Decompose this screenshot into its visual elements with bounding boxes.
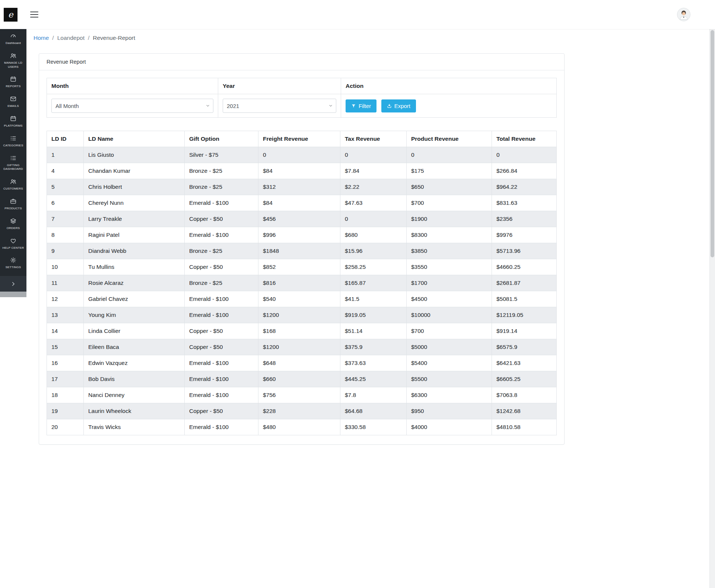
report-table-body: 1Lis GiustoSilver - $7500004Chandan Kuma… [47,147,557,435]
breadcrumb-item-home[interactable]: Home [34,35,49,41]
year-select-wrap: 2021 [223,99,336,113]
sidebar-item-label: CUSTOMERS [3,187,23,191]
cell-total-revenue: $4810.58 [492,419,557,435]
cell-total-revenue: $1242.68 [492,403,557,419]
cell-tax-revenue: $919.05 [340,307,407,323]
cell-tax-revenue: $680 [340,227,407,243]
cell-product-revenue: $1700 [407,275,492,291]
cell-gift-option: Emerald - $100 [185,227,258,243]
cell-ld-name: Ragini Patel [84,227,185,243]
month-cell: All Month [47,94,218,118]
sidebar-expand-button[interactable] [0,276,26,292]
cell-tax-revenue: $7.84 [340,163,407,179]
cell-total-revenue: $831.63 [492,195,557,211]
cell-ld-id: 5 [47,179,84,195]
column-header: LD ID [47,131,84,147]
column-header: Product Revenue [407,131,492,147]
cell-freight-revenue: $996 [258,227,340,243]
export-button[interactable]: Export [381,99,416,112]
breadcrumb: Home/Loandepot/Revenue-Report [34,35,715,41]
cell-ld-name: Chandan Kumar [84,163,185,179]
page-scrollbar-track[interactable] [709,29,715,588]
sidebar-item-reports[interactable]: REPORTS [0,72,26,92]
cell-product-revenue: $950 [407,403,492,419]
table-row: 8Ragini PatelEmerald - $100$996$680$8300… [47,227,557,243]
table-row: 16Edwin VazquezEmerald - $100$648$373.63… [47,355,557,371]
cell-product-revenue: $5000 [407,339,492,355]
cell-total-revenue: $5713.96 [492,243,557,259]
cell-product-revenue: $700 [407,195,492,211]
table-row: 10Tu MullinsCopper - $50$852$258.25$3550… [47,259,557,275]
cell-freight-revenue: $1200 [258,339,340,355]
filter-button[interactable]: Filter [346,99,376,112]
cell-gift-option: Bronze - $25 [185,275,258,291]
cell-product-revenue: $175 [407,163,492,179]
cell-ld-id: 6 [47,195,84,211]
menu-toggle-button[interactable] [29,9,40,20]
cell-ld-id: 17 [47,371,84,387]
sidebar: DashboardMANAGE LD USERSREPORTSEMAILSPLA… [0,29,26,297]
export-button-label: Export [394,103,410,109]
cell-total-revenue: $12119.05 [492,307,557,323]
sidebar-item-categories[interactable]: CATEGORIES [0,131,26,151]
page-scrollbar-thumb[interactable] [711,30,714,257]
funnel-icon [351,104,356,108]
revenue-report-table: LD IDLD NameGift OptionFreight RevenueTa… [47,131,557,435]
table-row: 11Rosie AlcarazBronze - $25$816$165.87$1… [47,275,557,291]
cell-total-revenue: $5081.5 [492,291,557,307]
cell-tax-revenue: 0 [340,211,407,227]
sidebar-item-customers[interactable]: CUSTOMERS [0,175,26,194]
cell-gift-option: Copper - $50 [185,339,258,355]
cell-ld-id: 16 [47,355,84,371]
cell-ld-id: 1 [47,147,84,163]
cell-ld-name: Gabriel Chavez [84,291,185,307]
cell-ld-id: 9 [47,243,84,259]
sidebar-item-label: GIFTING DASHBOARD [1,163,25,172]
calendar-icon [10,115,17,122]
sidebar-item-products[interactable]: PRODUCTS [0,194,26,214]
month-column-header: Month [47,78,218,94]
mail-icon [10,95,17,102]
month-select[interactable]: All Month [51,99,213,113]
cell-gift-option: Bronze - $25 [185,163,258,179]
table-row: 18Nanci DenneyEmerald - $100$756$7.8$630… [47,387,557,403]
year-column-header: Year [218,78,341,94]
cell-product-revenue: $10000 [407,307,492,323]
table-row: 12Gabriel ChavezEmerald - $100$540$41.5$… [47,291,557,307]
cell-freight-revenue: $168 [258,323,340,339]
cell-ld-id: 15 [47,339,84,355]
sidebar-item-orders[interactable]: ORDERS [0,214,26,234]
sidebar-item-manage-ld-users[interactable]: MANAGE LD USERS [0,49,26,73]
sidebar-item-emails[interactable]: EMAILS [0,92,26,112]
table-row: 9Diandrai WebbBronze - $25$1848$15.96$38… [47,243,557,259]
cell-tax-revenue: 0 [340,147,407,163]
sidebar-scrollbar[interactable] [0,292,26,297]
users-icon [10,178,17,185]
user-avatar[interactable] [677,8,690,21]
sidebar-item-settings[interactable]: SETTINGS [0,253,26,273]
sidebar-item-platforms[interactable]: PLATFORMS [0,112,26,131]
cell-tax-revenue: $258.25 [340,259,407,275]
cell-ld-id: 7 [47,211,84,227]
cell-tax-revenue: $15.96 [340,243,407,259]
cell-total-revenue: $6575.9 [492,339,557,355]
year-select[interactable]: 2021 [223,99,336,113]
cell-product-revenue: $3850 [407,243,492,259]
column-header: Total Revenue [492,131,557,147]
cell-ld-id: 14 [47,323,84,339]
cell-freight-revenue: $756 [258,387,340,403]
cell-gift-option: Copper - $50 [185,323,258,339]
cell-freight-revenue: $816 [258,275,340,291]
cell-total-revenue: $2356 [492,211,557,227]
sidebar-item-label: PRODUCTS [4,207,22,211]
sidebar-item-gifting-dashboard[interactable]: GIFTING DASHBOARD [0,151,26,175]
sidebar-item-help-center[interactable]: HELP CENTER [0,234,26,254]
cell-gift-option: Emerald - $100 [185,195,258,211]
breadcrumb-item-loandepot[interactable]: Loandepot [57,35,85,41]
cell-ld-name: Laurin Wheelock [84,403,185,419]
avatar-person-icon [677,8,690,21]
sidebar-item-dashboard[interactable]: Dashboard [0,29,26,49]
sidebar-item-label: REPORTS [6,85,21,89]
main-content: Home/Loandepot/Revenue-Report Revenue Re… [26,29,715,445]
app-logo[interactable]: e [4,8,18,22]
